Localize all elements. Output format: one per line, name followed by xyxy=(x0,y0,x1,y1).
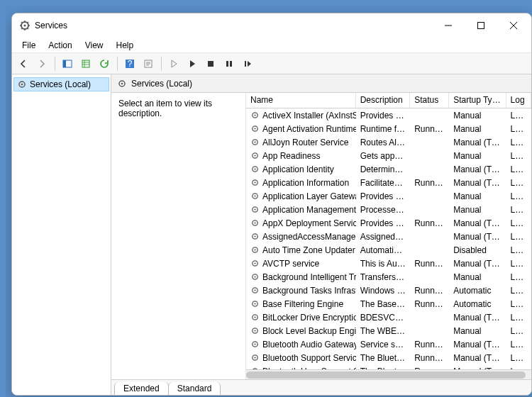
svg-point-48 xyxy=(254,316,255,318)
svg-point-26 xyxy=(254,168,255,169)
gear-icon xyxy=(250,178,260,187)
stop-service-button[interactable] xyxy=(202,55,219,72)
service-row[interactable]: Application ManagementProcesses in...Man… xyxy=(246,203,531,216)
tree-item-services-local[interactable]: Services (Local) xyxy=(13,77,109,91)
service-row[interactable]: Background Intelligent Tran...Transfers … xyxy=(246,270,531,284)
gear-icon xyxy=(250,124,260,133)
gear-icon xyxy=(250,138,260,147)
service-rows[interactable]: ActiveX Installer (AxInstSV)Provides Us.… xyxy=(246,108,531,369)
service-name: AVCTP service xyxy=(262,259,319,269)
service-startup: Manual (Trig... xyxy=(449,232,506,242)
service-row[interactable]: App ReadinessGets apps re...ManualLoca xyxy=(246,149,531,162)
service-name: Base Filtering Engine xyxy=(262,299,343,309)
close-button[interactable] xyxy=(497,15,530,36)
service-status: Running xyxy=(410,286,449,296)
service-row[interactable]: Application IdentityDetermines ...Manual… xyxy=(246,162,531,176)
start-service-button[interactable] xyxy=(165,55,182,72)
service-row[interactable]: AllJoyn Router ServiceRoutes AllJo...Man… xyxy=(246,135,531,149)
service-row[interactable]: Background Tasks Infrastruc...Windows in… xyxy=(246,284,531,297)
tab-extended[interactable]: Extended xyxy=(114,382,169,395)
play-service-button[interactable] xyxy=(184,55,201,72)
service-row[interactable]: Application Layer Gateway ...Provides su… xyxy=(246,189,531,203)
service-row[interactable]: Block Level Backup Engine ...The WBENG..… xyxy=(246,324,531,337)
service-row[interactable]: Application InformationFacilitates t...R… xyxy=(246,176,531,189)
gear-icon xyxy=(250,232,260,241)
svg-rect-5 xyxy=(82,60,89,67)
service-description: The WBENG... xyxy=(356,326,410,336)
service-startup: Automatic xyxy=(449,299,506,309)
svg-point-52 xyxy=(254,343,255,345)
service-startup: Manual (Trig... xyxy=(449,259,506,269)
col-status[interactable]: Status xyxy=(410,93,449,108)
service-startup: Manual (Trig... xyxy=(449,218,506,228)
service-startup: Manual xyxy=(449,111,506,121)
menu-file[interactable]: File xyxy=(16,39,41,52)
service-row[interactable]: Auto Time Zone UpdaterAutomatica...Disab… xyxy=(246,243,531,257)
refresh-button[interactable] xyxy=(96,55,113,72)
service-row[interactable]: AVCTP serviceThis is Audi...RunningManua… xyxy=(246,257,531,270)
tab-standard[interactable]: Standard xyxy=(168,382,221,395)
service-name: Auto Time Zone Updater xyxy=(262,245,355,255)
service-logon: Loca xyxy=(506,205,531,215)
service-name: BitLocker Drive Encryption ... xyxy=(262,313,356,323)
help-button[interactable]: ? xyxy=(121,55,138,72)
service-row[interactable]: AssignedAccessManager Se...AssignedAc...… xyxy=(246,230,531,243)
service-row[interactable]: Bluetooth Audio Gateway S...Service sup.… xyxy=(246,337,531,351)
svg-rect-9 xyxy=(208,61,214,67)
service-row[interactable]: Bluetooth Support ServiceThe Bluetoo...R… xyxy=(246,351,531,364)
col-name[interactable]: Name xyxy=(246,93,356,108)
service-startup: Manual (Trig... xyxy=(449,138,506,147)
service-row[interactable]: ActiveX Installer (AxInstSV)Provides Us.… xyxy=(246,108,531,122)
services-app-icon xyxy=(19,20,31,31)
service-startup: Automatic xyxy=(449,286,506,296)
svg-rect-10 xyxy=(226,61,228,67)
col-description[interactable]: Description xyxy=(356,93,411,108)
titlebar[interactable]: Services xyxy=(12,13,531,38)
toolbar-separator xyxy=(160,57,162,71)
service-row[interactable]: Agent Activation Runtime_...Runtime for.… xyxy=(246,122,531,135)
gear-icon xyxy=(250,191,260,201)
service-logon: Loca xyxy=(506,272,531,282)
service-row[interactable]: AppX Deployment Service (...Provides inf… xyxy=(246,216,531,230)
service-name: Background Intelligent Tran... xyxy=(262,272,356,282)
service-description: The Bluetoo... xyxy=(356,353,410,363)
service-name: Bluetooth Support Service xyxy=(262,353,356,363)
service-description: This is Audi... xyxy=(356,259,410,269)
svg-rect-12 xyxy=(245,61,246,67)
gear-icon xyxy=(17,79,27,89)
svg-point-22 xyxy=(254,141,255,142)
service-name: Agent Activation Runtime_... xyxy=(262,124,356,134)
back-button[interactable] xyxy=(15,55,32,72)
forward-button[interactable] xyxy=(33,55,50,72)
service-row[interactable]: BitLocker Drive Encryption ...BDESVC hos… xyxy=(246,311,531,324)
service-name: Application Identity xyxy=(262,164,334,174)
service-row[interactable]: Base Filtering EngineThe Base Fil...Runn… xyxy=(246,297,531,311)
col-startup-type[interactable]: Startup Type xyxy=(449,93,506,108)
minimize-button[interactable] xyxy=(432,15,465,36)
svg-point-1 xyxy=(24,25,26,27)
menu-action[interactable]: Action xyxy=(43,39,77,52)
col-logon[interactable]: Log xyxy=(506,93,531,108)
service-logon: Loca xyxy=(506,178,531,188)
service-startup: Disabled xyxy=(449,245,506,255)
svg-point-54 xyxy=(254,357,255,358)
toolbar: ? xyxy=(12,53,531,74)
service-logon: Loca xyxy=(506,232,531,242)
menu-view[interactable]: View xyxy=(79,39,109,52)
show-hide-tree-button[interactable] xyxy=(59,55,76,72)
menubar: File Action View Help xyxy=(12,38,531,53)
svg-point-18 xyxy=(254,114,255,116)
pause-service-button[interactable] xyxy=(221,55,238,72)
gear-icon xyxy=(250,151,260,160)
service-name: Application Information xyxy=(262,178,349,188)
properties-button[interactable] xyxy=(140,55,157,72)
service-row[interactable]: Bluetooth User Support Ser...The Bluetoo… xyxy=(246,364,531,369)
maximize-button[interactable] xyxy=(465,15,497,36)
service-logon: Loca xyxy=(506,313,531,323)
export-list-button[interactable] xyxy=(77,55,94,72)
service-logon: Loca xyxy=(506,259,531,269)
service-description: Service sup... xyxy=(356,340,410,350)
menu-help[interactable]: Help xyxy=(111,39,140,52)
horizontal-scrollbar[interactable] xyxy=(246,369,531,379)
restart-service-button[interactable] xyxy=(239,55,256,72)
